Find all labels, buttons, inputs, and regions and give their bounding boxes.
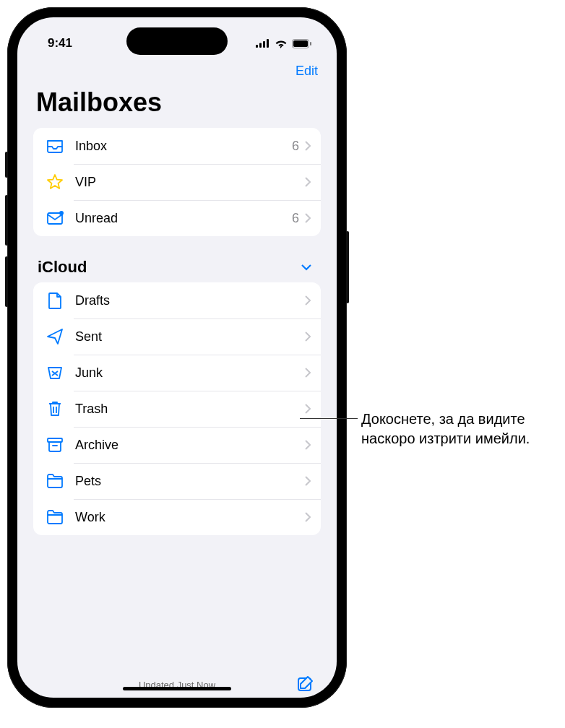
toolbar: Updated Just Now <box>17 670 337 698</box>
folder-icon <box>45 471 65 491</box>
chevron-right-icon <box>305 476 311 486</box>
mailbox-label: VIP <box>75 175 305 190</box>
mailbox-label: Unread <box>75 211 292 226</box>
drafts-icon <box>45 290 65 311</box>
battery-icon <box>292 39 312 48</box>
svg-rect-7 <box>48 213 62 224</box>
chevron-right-icon <box>305 213 311 223</box>
chevron-right-icon <box>305 295 311 306</box>
callout-line <box>300 418 358 419</box>
junk-icon <box>45 363 65 383</box>
mailbox-label: Inbox <box>75 139 292 154</box>
compose-icon <box>296 675 315 693</box>
svg-rect-1 <box>259 43 262 48</box>
mailbox-row-trash[interactable]: Trash <box>33 391 321 427</box>
mailbox-count: 6 <box>292 139 299 154</box>
inbox-icon <box>45 136 65 156</box>
page-title: Mailboxes <box>17 83 337 128</box>
callout-text: Докоснете, за да видите наскоро изтрити … <box>361 410 542 448</box>
mailbox-count: 6 <box>292 211 299 226</box>
nav-bar: Edit <box>17 56 337 83</box>
callout: Докоснете, за да видите наскоро изтрити … <box>347 410 542 448</box>
mute-switch <box>5 152 8 178</box>
sent-icon <box>45 326 65 347</box>
svg-rect-2 <box>263 41 265 48</box>
power-button <box>346 231 349 303</box>
folder-icon <box>45 507 65 527</box>
svg-rect-3 <box>267 39 269 48</box>
compose-button[interactable] <box>296 675 315 693</box>
svg-point-8 <box>59 211 64 215</box>
unread-icon <box>45 208 65 228</box>
chevron-right-icon <box>305 368 311 378</box>
mailbox-row-junk[interactable]: Junk <box>33 355 321 391</box>
mailbox-row-archive[interactable]: Archive <box>33 427 321 463</box>
mailbox-label: Drafts <box>75 293 305 308</box>
chevron-right-icon <box>305 512 311 522</box>
chevron-right-icon <box>305 141 311 151</box>
chevron-right-icon <box>305 404 311 414</box>
chevron-right-icon <box>305 177 311 187</box>
mailbox-label: Junk <box>75 365 305 381</box>
mailbox-row-work[interactable]: Work <box>33 499 321 535</box>
svg-rect-5 <box>293 40 308 47</box>
dynamic-island <box>126 27 228 55</box>
mailbox-label: Archive <box>75 438 305 453</box>
svg-rect-9 <box>48 438 62 442</box>
archive-icon <box>45 435 65 455</box>
status-time: 9:41 <box>48 36 72 51</box>
status-icons <box>256 39 312 48</box>
edit-button[interactable]: Edit <box>296 64 318 79</box>
volume-up <box>5 195 8 246</box>
wifi-icon <box>275 39 288 48</box>
mailbox-row-drafts[interactable]: Drafts <box>33 282 321 318</box>
svg-rect-0 <box>256 45 258 48</box>
mailbox-label: Work <box>75 510 305 525</box>
cellular-icon <box>256 39 270 48</box>
mailbox-row-inbox[interactable]: Inbox6 <box>33 128 321 164</box>
mailbox-label: Sent <box>75 329 305 344</box>
mailbox-row-sent[interactable]: Sent <box>33 318 321 355</box>
smart-mailboxes-group: Inbox6VIPUnread6 <box>33 128 321 236</box>
chevron-right-icon <box>305 440 311 450</box>
mailbox-label: Trash <box>75 402 305 417</box>
volume-down <box>5 256 8 307</box>
svg-rect-6 <box>310 42 311 46</box>
home-indicator[interactable] <box>123 687 231 690</box>
chevron-down-icon <box>301 264 312 271</box>
screen: 9:41 Edit Mailboxes Inbox6VIPUnread6 iCl… <box>17 17 337 698</box>
chevron-right-icon <box>305 332 311 342</box>
star-icon <box>45 172 65 192</box>
mailbox-label: Pets <box>75 474 305 489</box>
mailbox-row-unread[interactable]: Unread6 <box>33 200 321 236</box>
mailbox-row-vip[interactable]: VIP <box>33 164 321 200</box>
icloud-mailboxes-group: DraftsSentJunkTrashArchivePetsWork <box>33 282 321 535</box>
section-label: iCloud <box>38 258 87 277</box>
icloud-section-header[interactable]: iCloud <box>17 245 337 282</box>
mailbox-row-pets[interactable]: Pets <box>33 463 321 499</box>
phone-frame: 9:41 Edit Mailboxes Inbox6VIPUnread6 iCl… <box>7 7 347 708</box>
trash-icon <box>45 399 65 419</box>
